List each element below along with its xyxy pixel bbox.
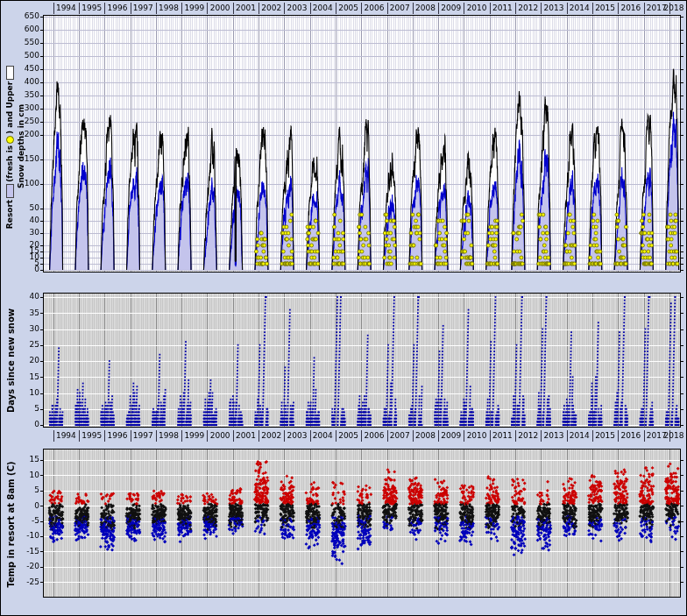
fresh-snow-label: (fresh is [5, 145, 14, 182]
fresh-snow-dot-icon [6, 136, 14, 144]
resort-swatch-icon [6, 184, 14, 198]
snow-history-dashboard: Resort(fresh is) and Upper Snow depths i… [0, 0, 687, 616]
temperature-chart [1, 448, 687, 616]
upper-swatch-icon [6, 66, 14, 80]
days-since-new-snow-chart [1, 277, 687, 448]
snow-depth-axis-title-line1: Resort(fresh is) and Upper [4, 6, 16, 287]
snow-depth-axis-units: Snow depths in cm [16, 6, 27, 287]
snow-depth-axis-title: Resort(fresh is) and Upper Snow depths i… [4, 6, 27, 287]
upper-series-label: ) and Upper [5, 81, 14, 134]
temperature-axis-title: Temp in resort at 8am (C) [5, 442, 17, 608]
days-since-new-snow-axis-title: Days since new snow [5, 287, 17, 435]
snow-depth-chart [1, 1, 687, 277]
resort-series-label: Resort [5, 200, 14, 229]
